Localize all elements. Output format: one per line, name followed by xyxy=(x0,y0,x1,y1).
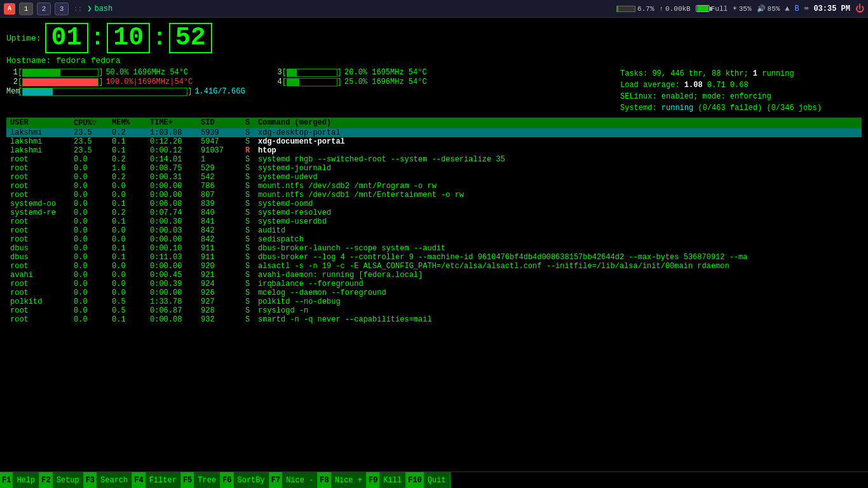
proc-s: S xyxy=(244,137,257,146)
table-row[interactable]: polkitd 0.0 0.5 1:33.78 927 S polkitd --… xyxy=(6,297,862,306)
proc-user: root xyxy=(9,164,72,173)
topbar-right: 6.7% ↑ 0.00kB Full ☀ 35% 🔊 85% ▲ B ⌨ 03:… xyxy=(616,4,864,14)
col-mem: MEM% xyxy=(111,118,149,128)
proc-user: lakshmi xyxy=(9,146,72,155)
proc-user: root xyxy=(9,173,72,182)
proc-cmd: irqbalance --foreground xyxy=(257,280,859,288)
power-icon[interactable]: ⏻ xyxy=(855,4,864,14)
table-row[interactable]: systemd-re 0.0 0.2 0:07.74 840 S systemd… xyxy=(6,208,862,217)
proc-user: root xyxy=(9,226,72,235)
fn-keys-bar: F1HelpF2SetupF3SearchF4FilterF5TreeF6Sor… xyxy=(0,472,451,489)
proc-time: 0:00.00 xyxy=(149,182,200,191)
proc-user: root xyxy=(9,217,72,226)
col-cmd: Command (merged) xyxy=(257,118,859,128)
fn-key-f1[interactable]: F1Help xyxy=(0,472,39,489)
proc-mem: 0.2 xyxy=(111,208,149,217)
proc-cpu: 0.0 xyxy=(72,217,111,226)
table-row[interactable]: systemd-oo 0.0 0.1 0:06.08 839 S systemd… xyxy=(6,200,862,208)
table-row[interactable]: root 0.0 0.0 0:00.00 807 S mount.ntfs /d… xyxy=(6,191,862,200)
fn-key-f10[interactable]: F10Quit xyxy=(406,472,450,489)
table-row[interactable]: root 0.0 0.0 0:00.03 842 S auditd xyxy=(6,226,862,235)
cpu-row-1: 1 [ ] 50.0% 1696MHz 54°C xyxy=(6,68,245,77)
fn-key-f5[interactable]: F5Tree xyxy=(181,472,220,489)
proc-cmd: systemd-oomd xyxy=(257,200,859,208)
fn-num-f4: F4 xyxy=(132,472,145,489)
proc-mem: 0.1 xyxy=(111,253,149,262)
workspace-2[interactable]: 2 xyxy=(37,3,51,15)
fn-num-f6: F6 xyxy=(220,472,233,489)
table-row[interactable]: lakshmi 23.5 0.1 0:12.20 5947 S xdg-docu… xyxy=(6,137,862,146)
proc-time: 0:00.03 xyxy=(149,226,200,235)
fn-key-f6[interactable]: F6SortBy xyxy=(220,472,269,489)
proc-time: 0:00.45 xyxy=(149,271,200,280)
proc-cpu: 0.0 xyxy=(72,280,111,288)
proc-cpu: 0.0 xyxy=(72,200,111,208)
proc-s: S xyxy=(244,244,257,253)
workspace-3[interactable]: 3 xyxy=(55,3,69,15)
proc-mem: 0.1 xyxy=(111,146,149,155)
proc-time: 0:00.31 xyxy=(149,173,200,182)
table-row[interactable]: root 0.0 0.0 0:00.00 842 S sedispatch xyxy=(6,235,862,244)
proc-mem: 0.5 xyxy=(111,306,149,315)
fn-key-f2[interactable]: F2Setup xyxy=(39,472,83,489)
fn-key-f4[interactable]: F4Filter xyxy=(132,472,181,489)
table-row[interactable]: root 0.0 1.6 0:08.75 529 S systemd-journ… xyxy=(6,164,862,173)
table-row[interactable]: root 0.0 0.0 0:00.00 926 S mcelog --daem… xyxy=(6,288,862,297)
fn-num-f9: F9 xyxy=(367,472,379,489)
fn-key-f9[interactable]: F9Kill xyxy=(367,472,406,489)
table-row[interactable]: root 0.0 0.2 0:14.01 1 S systemd rhgb --… xyxy=(6,155,862,164)
volume-stat: 🔊 85% xyxy=(757,4,780,13)
proc-cmd: xdg-document-portal xyxy=(257,137,859,146)
table-row[interactable]: lakshmi 23.5 0.2 1:03.88 5939 S xdg-desk… xyxy=(6,128,862,137)
proc-mem: 0.0 xyxy=(111,280,149,288)
cpu-fill-2 xyxy=(23,79,98,86)
proc-user: root xyxy=(9,280,72,288)
battery-label: Full xyxy=(711,5,728,13)
table-row[interactable]: root 0.0 0.0 0:00.00 786 S mount.ntfs /d… xyxy=(6,182,862,191)
keyboard-icon: ⌨ xyxy=(804,4,809,13)
proc-time: 0:14.01 xyxy=(149,155,200,164)
load2: 0.71 xyxy=(707,81,726,90)
proc-sid: 911 xyxy=(200,244,244,253)
proc-cmd: polkitd --no-debug xyxy=(257,297,859,306)
table-row[interactable]: avahi 0.0 0.0 0:00.45 921 S avahi-daemon… xyxy=(6,271,862,280)
fn-label-kill: Kill xyxy=(379,472,406,489)
hostname-value2: fedora xyxy=(91,56,121,65)
fn-key-f3[interactable]: F3Search xyxy=(84,472,133,489)
table-row[interactable]: root 0.0 0.0 0:00.39 924 S irqbalance --… xyxy=(6,280,862,288)
proc-cpu: 0.0 xyxy=(72,164,111,173)
cpu-label-1: 50.0% 1696MHz 54°C xyxy=(105,68,188,77)
fn-label-nice +: Nice + xyxy=(331,472,367,489)
workspace-1[interactable]: 1 xyxy=(19,3,33,15)
proc-time: 0:00.00 xyxy=(149,235,200,244)
fn-num-f2: F2 xyxy=(39,472,52,489)
proc-cmd: systemd-journald xyxy=(257,164,859,173)
terminal-tab[interactable]: ❯ bash xyxy=(87,4,112,13)
table-row[interactable]: root 0.0 0.5 0:06.87 928 S rsyslogd -n xyxy=(6,306,862,315)
fn-num-f8: F8 xyxy=(318,472,330,489)
cpu-row-3: 3 [ ] 20.0% 1695MHz 54°C xyxy=(271,68,427,77)
table-row[interactable]: lakshmi 23.5 0.1 0:00.12 91037 R htop xyxy=(6,146,862,155)
table-row[interactable]: root 0.0 0.1 0:00.30 841 S systemd-userd… xyxy=(6,217,862,226)
mem-row: Mem [ ] 1.41G/7.66G xyxy=(6,87,245,96)
proc-mem: 1.6 xyxy=(111,164,149,173)
fn-key-f8[interactable]: F8Nice + xyxy=(318,472,367,489)
proc-cpu: 0.0 xyxy=(72,208,111,217)
table-row[interactable]: dbus 0.0 0.1 0:11.03 911 S dbus-broker -… xyxy=(6,253,862,262)
proc-s: S xyxy=(244,280,257,288)
table-row[interactable]: root 0.0 0.1 0:00.08 932 S smartd -n -q … xyxy=(6,315,862,324)
fn-label-setup: Setup xyxy=(53,472,84,489)
proc-table-header: USER CPU%▽ MEM% TIME+ SID S Command (mer… xyxy=(6,118,862,128)
table-row[interactable]: root 0.0 0.2 0:00.31 542 S systemd-udevd xyxy=(6,173,862,182)
tasks-line: Tasks: 99, 446 thr, 88 kthr; 1 running xyxy=(620,68,862,79)
table-row[interactable]: dbus 0.0 0.1 0:00.10 911 S dbus-broker-l… xyxy=(6,244,862,253)
process-table: USER CPU%▽ MEM% TIME+ SID S Command (mer… xyxy=(6,118,862,324)
proc-mem: 0.1 xyxy=(111,200,149,208)
table-row[interactable]: root 0.0 0.0 0:00.00 920 S alsactl -s -n… xyxy=(6,262,862,271)
proc-sid: 529 xyxy=(200,164,244,173)
proc-sid: 807 xyxy=(200,191,244,200)
proc-cpu: 0.0 xyxy=(72,235,111,244)
proc-s: S xyxy=(244,271,257,280)
fn-key-f7[interactable]: F7Nice - xyxy=(269,472,318,489)
uptime-minutes: 10 xyxy=(107,23,150,53)
